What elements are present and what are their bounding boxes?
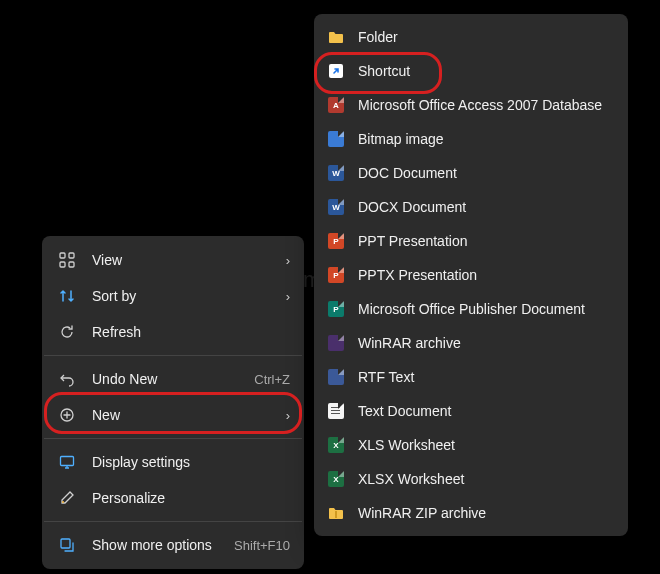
menu-label: New xyxy=(92,407,286,423)
submenu-item-ppt[interactable]: P PPT Presentation xyxy=(314,224,628,258)
display-settings-icon xyxy=(56,453,78,471)
submenu-item-xlsx[interactable]: X XLSX Worksheet xyxy=(314,462,628,496)
menu-label: Refresh xyxy=(92,324,290,340)
submenu-item-bitmap[interactable]: Bitmap image xyxy=(314,122,628,156)
svg-point-12 xyxy=(62,501,64,503)
ppt-icon: P xyxy=(326,232,346,250)
rtf-icon xyxy=(326,368,346,386)
winrar-icon xyxy=(326,334,346,352)
chevron-right-icon: › xyxy=(286,408,290,423)
desktop-context-menu: View › Sort by › Refresh Undo New Ctrl+Z… xyxy=(42,236,304,569)
svg-rect-13 xyxy=(61,539,70,548)
menu-label: RTF Text xyxy=(358,369,614,385)
bitmap-icon xyxy=(326,130,346,148)
new-icon xyxy=(56,406,78,424)
separator xyxy=(44,355,302,356)
pptx-icon: P xyxy=(326,266,346,284)
menu-item-sort-by[interactable]: Sort by › xyxy=(42,278,304,314)
submenu-item-access-db[interactable]: A Microsoft Office Access 2007 Database xyxy=(314,88,628,122)
personalize-icon xyxy=(56,489,78,507)
access-icon: A xyxy=(326,96,346,114)
menu-label: Display settings xyxy=(92,454,290,470)
menu-label: WinRAR archive xyxy=(358,335,614,351)
svg-rect-9 xyxy=(69,262,74,267)
menu-item-new[interactable]: New › xyxy=(42,397,304,433)
menu-label: Microsoft Office Publisher Document xyxy=(358,301,614,317)
menu-label: WinRAR ZIP archive xyxy=(358,505,614,521)
submenu-item-winrar[interactable]: WinRAR archive xyxy=(314,326,628,360)
menu-item-personalize[interactable]: Personalize xyxy=(42,480,304,516)
menu-label: Microsoft Office Access 2007 Database xyxy=(358,97,614,113)
doc-icon: W xyxy=(326,164,346,182)
text-icon xyxy=(326,402,346,420)
menu-label: View xyxy=(92,252,286,268)
menu-item-undo[interactable]: Undo New Ctrl+Z xyxy=(42,361,304,397)
submenu-item-publisher[interactable]: P Microsoft Office Publisher Document xyxy=(314,292,628,326)
view-icon xyxy=(56,251,78,269)
svg-rect-7 xyxy=(69,253,74,258)
menu-item-display-settings[interactable]: Display settings xyxy=(42,444,304,480)
refresh-icon xyxy=(56,323,78,341)
submenu-item-text[interactable]: Text Document xyxy=(314,394,628,428)
menu-label: DOCX Document xyxy=(358,199,614,215)
submenu-item-folder[interactable]: Folder xyxy=(314,20,628,54)
new-submenu: Folder Shortcut A Microsoft Office Acces… xyxy=(314,14,628,536)
shortcut-icon xyxy=(326,62,346,80)
undo-icon xyxy=(56,370,78,388)
menu-label: XLSX Worksheet xyxy=(358,471,614,487)
submenu-item-xls[interactable]: X XLS Worksheet xyxy=(314,428,628,462)
menu-item-view[interactable]: View › xyxy=(42,242,304,278)
menu-label: Sort by xyxy=(92,288,286,304)
menu-label: DOC Document xyxy=(358,165,614,181)
menu-label: Undo New xyxy=(92,371,254,387)
separator xyxy=(44,521,302,522)
menu-label: PPT Presentation xyxy=(358,233,614,249)
folder-icon xyxy=(326,28,346,46)
submenu-item-rtf[interactable]: RTF Text xyxy=(314,360,628,394)
submenu-item-zip[interactable]: WinRAR ZIP archive xyxy=(314,496,628,530)
xlsx-icon: X xyxy=(326,470,346,488)
sort-icon xyxy=(56,287,78,305)
submenu-item-shortcut[interactable]: Shortcut xyxy=(314,54,628,88)
publisher-icon: P xyxy=(326,300,346,318)
submenu-item-pptx[interactable]: P PPTX Presentation xyxy=(314,258,628,292)
svg-rect-6 xyxy=(60,253,65,258)
xls-icon: X xyxy=(326,436,346,454)
submenu-item-docx[interactable]: W DOCX Document xyxy=(314,190,628,224)
chevron-right-icon: › xyxy=(286,253,290,268)
menu-label: Bitmap image xyxy=(358,131,614,147)
svg-rect-8 xyxy=(60,262,65,267)
zip-icon xyxy=(326,504,346,522)
separator xyxy=(44,438,302,439)
submenu-item-doc[interactable]: W DOC Document xyxy=(314,156,628,190)
svg-rect-15 xyxy=(335,511,337,518)
more-options-icon xyxy=(56,536,78,554)
shortcut-text: Shift+F10 xyxy=(234,538,290,553)
chevron-right-icon: › xyxy=(286,289,290,304)
menu-item-refresh[interactable]: Refresh xyxy=(42,314,304,350)
menu-label: XLS Worksheet xyxy=(358,437,614,453)
shortcut-text: Ctrl+Z xyxy=(254,372,290,387)
menu-label: PPTX Presentation xyxy=(358,267,614,283)
menu-item-show-more-options[interactable]: Show more options Shift+F10 xyxy=(42,527,304,563)
menu-label: Personalize xyxy=(92,490,290,506)
docx-icon: W xyxy=(326,198,346,216)
menu-label: Shortcut xyxy=(358,63,614,79)
menu-label: Folder xyxy=(358,29,614,45)
menu-label: Show more options xyxy=(92,537,234,553)
menu-label: Text Document xyxy=(358,403,614,419)
svg-rect-11 xyxy=(61,457,74,466)
